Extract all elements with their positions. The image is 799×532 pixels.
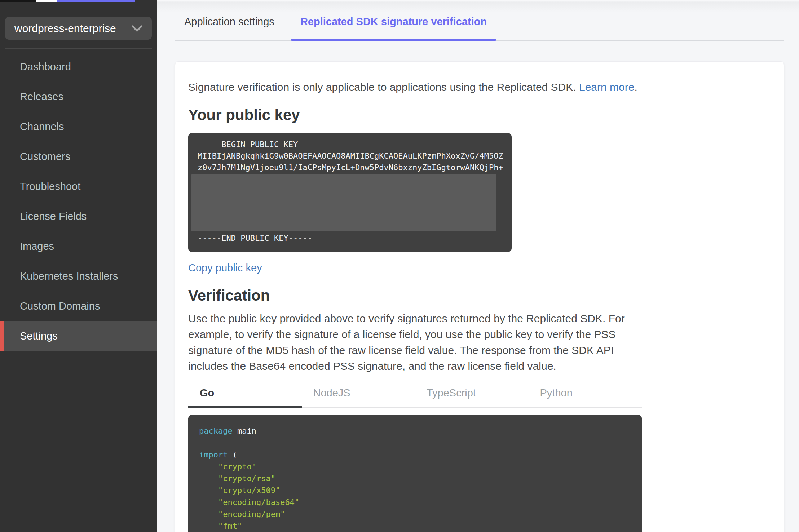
public-key-line: z0v7Jh7M1NgV1joeu9l1/IaCPsMpyIcL+Dnw5Pdv… [198,162,502,173]
public-key-redacted-area [191,174,496,231]
code-string: "crypto" [199,462,256,471]
lang-tab-typescript[interactable]: TypeScript [415,383,529,407]
copy-public-key-link[interactable]: Copy public key [188,262,262,274]
sidebar-item-label: Customers [20,151,70,163]
lang-tab-label: TypeScript [427,387,476,399]
sidebar-item-kubernetes-installers[interactable]: Kubernetes Installers [0,261,157,291]
tab-label: Replicated SDK signature verification [300,16,487,27]
sidebar: wordpress-enterprise Dashboard Releases … [0,0,157,532]
tab-application-settings[interactable]: Application settings [175,0,284,40]
app-root: wordpress-enterprise Dashboard Releases … [0,0,799,532]
code-string: "encoding/base64" [199,498,299,507]
code-keyword: import [199,450,228,459]
top-strip-purple-segment [57,0,135,2]
code-line: package main [199,425,631,437]
lang-tab-label: Go [200,387,214,399]
sidebar-item-channels[interactable]: Channels [0,112,157,142]
main-content: Application settings Replicated SDK sign… [157,0,799,532]
lang-tab-go[interactable]: Go [188,383,302,407]
verification-heading: Verification [188,287,771,304]
sidebar-item-custom-domains[interactable]: Custom Domains [0,291,157,321]
sidebar-item-label: Troubleshoot [20,181,80,192]
language-tabbar: Go NodeJS TypeScript Python [188,383,642,408]
verification-description: Use the public key provided above to ver… [188,311,647,374]
code-keyword: package [199,426,233,435]
top-strip-white-segment [36,0,57,2]
sidebar-item-images[interactable]: Images [0,231,157,261]
code-line: "encoding/pem" [199,508,631,520]
top-strip-black-segment [0,0,36,2]
intro-suffix: . [634,81,637,93]
code-line: "crypto" [199,461,631,473]
code-line: "crypto/rsa" [199,473,631,484]
settings-tabbar: Application settings Replicated SDK sign… [175,0,784,41]
code-plain: ( [228,450,237,459]
lang-tab-label: Python [540,387,573,399]
app-selector-label: wordpress-enterprise [14,22,116,35]
code-line: "crypto/x509" [199,484,631,496]
sidebar-item-label: Custom Domains [20,300,100,312]
public-key-line: MIIBIjANBgkqhkiG9w0BAQEFAAOCAQ8AMIIBCgKC… [198,150,502,162]
sidebar-item-releases[interactable]: Releases [0,82,157,112]
tab-label: Application settings [184,16,274,27]
chevron-down-icon [132,25,142,32]
app-selector-dropdown[interactable]: wordpress-enterprise [5,17,152,40]
signature-verification-card: Signature verification is only applicabl… [175,61,784,532]
sidebar-nav: Dashboard Releases Channels Customers Tr… [0,52,157,351]
sidebar-item-dashboard[interactable]: Dashboard [0,52,157,82]
code-string: "encoding/pem" [199,510,285,519]
sidebar-item-label: Images [20,240,54,252]
public-key-block: -----BEGIN PUBLIC KEY----- MIIBIjANBgkqh… [188,133,512,252]
code-string: "crypto/rsa" [199,474,275,483]
sidebar-item-settings[interactable]: Settings [0,321,157,351]
public-key-line: -----BEGIN PUBLIC KEY----- [198,139,502,150]
public-key-end-line: -----END PUBLIC KEY----- [198,232,502,244]
code-line-blank [199,437,631,449]
sidebar-item-label: Kubernetes Installers [20,270,118,282]
sidebar-item-customers[interactable]: Customers [0,142,157,172]
intro-text: Signature verification is only applicabl… [188,81,771,93]
sidebar-item-troubleshoot[interactable]: Troubleshoot [0,172,157,201]
tab-replicated-sdk-signature-verification[interactable]: Replicated SDK signature verification [291,0,496,40]
sidebar-item-label: Releases [20,91,63,103]
sidebar-item-label: Settings [20,330,58,342]
public-key-heading: Your public key [188,106,771,124]
sidebar-divider [5,48,152,49]
sidebar-item-license-fields[interactable]: License Fields [0,201,157,231]
sidebar-item-label: Dashboard [20,61,71,73]
code-plain: main [233,426,256,435]
go-code-block: package main import ( "crypto" "crypto/r… [188,415,642,532]
lang-tab-python[interactable]: Python [529,383,642,407]
learn-more-link[interactable]: Learn more [579,81,634,93]
code-string: "crypto/x509" [199,486,280,495]
sidebar-item-label: License Fields [20,210,87,222]
code-line: import ( [199,449,631,461]
intro-sentence: Signature verification is only applicabl… [188,81,579,93]
sidebar-item-label: Channels [20,121,64,133]
code-string: "fmt" [199,522,242,531]
code-line: "fmt" [199,520,631,532]
window-top-strip [0,0,799,2]
code-line: "encoding/base64" [199,496,631,508]
lang-tab-label: NodeJS [313,387,350,399]
lang-tab-nodejs[interactable]: NodeJS [302,383,415,407]
